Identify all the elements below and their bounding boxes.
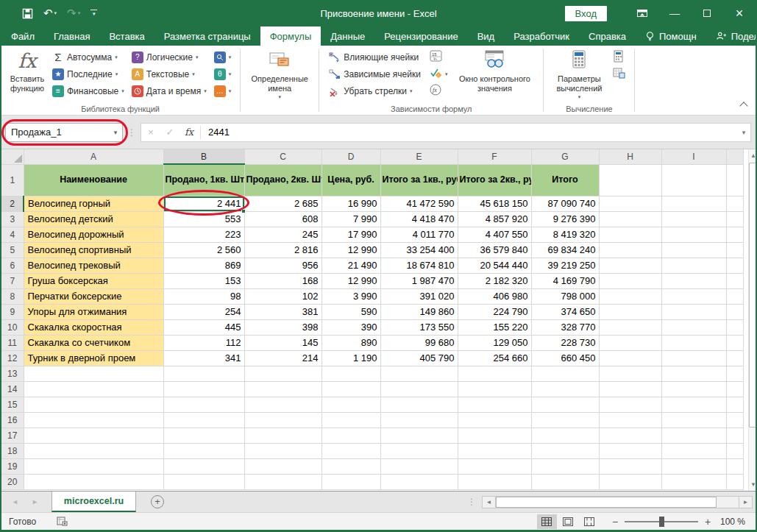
cell-D10[interactable]: 390 bbox=[321, 319, 380, 335]
cell-H1[interactable] bbox=[599, 164, 661, 196]
cell-G6[interactable]: 39 219 250 bbox=[531, 258, 599, 273]
cell-E15[interactable] bbox=[380, 397, 458, 412]
cell-D14[interactable] bbox=[321, 381, 380, 397]
name-box-dropdown-icon[interactable]: ▾ bbox=[109, 129, 122, 136]
cell-C11[interactable]: 145 bbox=[244, 335, 321, 350]
cell-C9[interactable]: 381 bbox=[244, 304, 321, 319]
cell-B15[interactable] bbox=[163, 397, 244, 412]
cell-F17[interactable] bbox=[458, 428, 531, 443]
cell-A19[interactable] bbox=[24, 458, 163, 474]
sheet-nav-right-icon[interactable]: ► bbox=[32, 498, 38, 506]
cell-I19[interactable] bbox=[661, 458, 726, 474]
scroll-up-icon[interactable]: ▲ bbox=[749, 149, 757, 162]
zoom-slider[interactable] bbox=[625, 521, 698, 522]
cell-G18[interactable] bbox=[531, 443, 599, 458]
cell-C2[interactable]: 2 685 bbox=[244, 196, 321, 211]
cell-C4[interactable]: 245 bbox=[244, 227, 321, 242]
cell-I14[interactable] bbox=[661, 381, 726, 397]
cell-A8[interactable]: Перчатки боксерские bbox=[24, 288, 163, 304]
cell-G15[interactable] bbox=[531, 397, 599, 412]
cell-G2[interactable]: 87 090 740 bbox=[531, 196, 599, 211]
column-header-D[interactable]: D bbox=[321, 149, 380, 164]
scroll-down-icon[interactable]: ▼ bbox=[749, 478, 757, 491]
cell-H17[interactable] bbox=[599, 428, 661, 443]
cell-H3[interactable] bbox=[599, 211, 661, 227]
tab-view[interactable]: Вид bbox=[468, 26, 505, 46]
cell-C3[interactable]: 608 bbox=[244, 211, 321, 227]
calculation-options-button[interactable]: Параметры вычислений ▾ bbox=[549, 49, 609, 102]
cell-A18[interactable] bbox=[24, 443, 163, 458]
collapse-ribbon-icon[interactable] bbox=[739, 102, 747, 110]
recent-functions-button[interactable]: ★Последние▾ bbox=[50, 65, 127, 82]
horizontal-scrollbar-thumb[interactable] bbox=[496, 497, 717, 508]
row-header-19[interactable]: 19 bbox=[1, 458, 24, 474]
cell-C15[interactable] bbox=[244, 397, 321, 412]
trace-precedents-button[interactable]: Влияющие ячейки bbox=[326, 49, 423, 65]
cell-H16[interactable] bbox=[599, 412, 661, 428]
row-header-2[interactable]: 2 bbox=[1, 196, 24, 211]
vertical-scrollbar-thumb[interactable] bbox=[749, 163, 757, 428]
cell-E1[interactable]: Итого за 1кв., руб. bbox=[380, 164, 458, 196]
cell-F9[interactable]: 224 790 bbox=[458, 304, 531, 319]
maximize-button[interactable] bbox=[691, 0, 723, 26]
cell-H10[interactable] bbox=[599, 319, 661, 335]
cell-H5[interactable] bbox=[599, 242, 661, 258]
view-page-layout-button[interactable] bbox=[558, 514, 578, 529]
row-header-10[interactable]: 10 bbox=[1, 319, 24, 335]
tab-scroll-splitter[interactable]: ⋮ bbox=[467, 497, 476, 507]
vertical-scrollbar[interactable]: ▲ ▼ bbox=[748, 149, 757, 491]
cell-E17[interactable] bbox=[380, 428, 458, 443]
cell-F15[interactable] bbox=[458, 397, 531, 412]
row-header-7[interactable]: 7 bbox=[1, 273, 24, 288]
zoom-level-label[interactable]: 100 % bbox=[720, 517, 745, 527]
column-header-F[interactable]: F bbox=[458, 149, 531, 164]
row-header-11[interactable]: 11 bbox=[1, 335, 24, 350]
cell-C14[interactable] bbox=[244, 381, 321, 397]
scroll-left-icon[interactable]: ◄ bbox=[482, 496, 496, 508]
cell-F14[interactable] bbox=[458, 381, 531, 397]
cell-D12[interactable]: 1 190 bbox=[321, 350, 380, 366]
formula-bar-value[interactable]: 2441 bbox=[202, 127, 737, 138]
tab-developer[interactable]: Разработчик bbox=[504, 26, 579, 46]
cell-I12[interactable] bbox=[661, 350, 726, 366]
tab-assistant[interactable]: Помощн bbox=[636, 26, 706, 46]
cell-D3[interactable]: 7 990 bbox=[321, 211, 380, 227]
cell-C5[interactable]: 2 816 bbox=[244, 242, 321, 258]
cell-E4[interactable]: 4 011 770 bbox=[380, 227, 458, 242]
cell-H12[interactable] bbox=[599, 350, 661, 366]
cell-E12[interactable]: 405 790 bbox=[380, 350, 458, 366]
horizontal-scrollbar[interactable] bbox=[496, 496, 739, 508]
cell-E8[interactable]: 391 020 bbox=[380, 288, 458, 304]
cancel-entry-icon[interactable]: × bbox=[141, 127, 160, 138]
cell-I3[interactable] bbox=[661, 211, 726, 227]
cell-C1[interactable]: Продано, 2кв. Шт. bbox=[244, 164, 321, 196]
evaluate-formula-button[interactable]: fx bbox=[427, 82, 450, 99]
cell-F13[interactable] bbox=[458, 366, 531, 381]
cell-G17[interactable] bbox=[531, 428, 599, 443]
cell-I9[interactable] bbox=[661, 304, 726, 319]
tab-home[interactable]: Главная bbox=[44, 26, 99, 46]
cell-E16[interactable] bbox=[380, 412, 458, 428]
cell-G20[interactable] bbox=[531, 474, 599, 489]
cell-I16[interactable] bbox=[661, 412, 726, 428]
macro-record-icon[interactable] bbox=[57, 517, 68, 526]
cell-I7[interactable] bbox=[661, 273, 726, 288]
cell-H20[interactable] bbox=[599, 474, 661, 489]
cell-A20[interactable] bbox=[24, 474, 163, 489]
name-box[interactable]: Продажа_1 ▾ bbox=[5, 123, 123, 142]
cell-D9[interactable]: 590 bbox=[321, 304, 380, 319]
cell-D18[interactable] bbox=[321, 443, 380, 458]
autosum-button[interactable]: ΣАвтосумма▾ bbox=[50, 49, 127, 65]
cell-B14[interactable] bbox=[163, 381, 244, 397]
cell-F5[interactable]: 36 579 840 bbox=[458, 242, 531, 258]
tab-share[interactable]: Поделиться bbox=[706, 26, 757, 46]
column-header-C[interactable]: C bbox=[244, 149, 321, 164]
redo-button[interactable]: ↷▾ bbox=[67, 7, 80, 20]
insert-function-icon[interactable]: fx bbox=[180, 127, 199, 138]
cell-D8[interactable]: 3 990 bbox=[321, 288, 380, 304]
cell-H18[interactable] bbox=[599, 443, 661, 458]
row-header-15[interactable]: 15 bbox=[1, 397, 24, 412]
tab-review[interactable]: Рецензирование bbox=[374, 26, 467, 46]
cell-F4[interactable]: 4 407 550 bbox=[458, 227, 531, 242]
calculate-now-button[interactable] bbox=[611, 49, 628, 65]
